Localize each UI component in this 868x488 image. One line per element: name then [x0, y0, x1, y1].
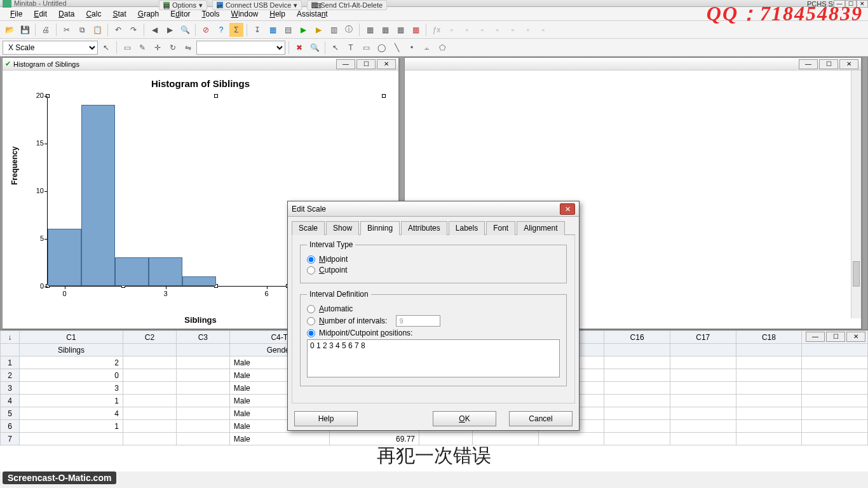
menu-data[interactable]: Data: [53, 8, 79, 20]
menu-calc[interactable]: Calc: [81, 8, 106, 20]
copy-icon[interactable]: ⧉: [75, 23, 89, 37]
redo-icon[interactable]: ↷: [126, 23, 140, 37]
zoom-icon[interactable]: 🔍: [308, 41, 322, 55]
menu-edit[interactable]: Edit: [29, 8, 52, 20]
cell[interactable]: [802, 382, 868, 395]
line-tool-icon[interactable]: ╲: [390, 41, 403, 55]
col-header[interactable]: C1: [20, 331, 123, 344]
num-intervals-label[interactable]: Number of intervals:: [319, 316, 387, 325]
cell[interactable]: [802, 369, 868, 382]
scale-combo[interactable]: X Scale: [3, 41, 98, 55]
col-header[interactable]: C18: [736, 331, 802, 344]
rect-tool-icon[interactable]: ▭: [359, 41, 373, 55]
cell[interactable]: [123, 407, 176, 420]
ed2-icon[interactable]: ▫: [460, 23, 474, 37]
cutpoint-label[interactable]: Cutpoint: [319, 266, 348, 274]
ed7-icon[interactable]: ▫: [536, 23, 550, 37]
row-header[interactable]: 7: [1, 433, 20, 445]
corner-cell[interactable]: ↓: [1, 331, 20, 344]
ed4-icon[interactable]: ▫: [491, 23, 505, 37]
row-header[interactable]: 2: [1, 369, 20, 382]
cell[interactable]: [604, 369, 670, 382]
cell[interactable]: [604, 433, 670, 445]
print-icon[interactable]: 🖨: [39, 23, 53, 37]
help-button[interactable]: Help: [294, 411, 358, 426]
cell[interactable]: [670, 407, 736, 420]
fx-icon[interactable]: ƒx: [430, 23, 444, 37]
row-header[interactable]: 3: [1, 382, 20, 395]
polygon-tool-icon[interactable]: ⬠: [435, 41, 449, 55]
menu-stat[interactable]: Stat: [107, 8, 131, 20]
brush-icon[interactable]: ▦: [363, 23, 377, 37]
cell[interactable]: [736, 420, 802, 433]
col-header[interactable]: C17: [670, 331, 736, 344]
help-icon[interactable]: ?: [214, 23, 228, 37]
menu-file[interactable]: File: [5, 8, 27, 20]
cut-icon[interactable]: ✂: [60, 23, 74, 37]
region-icon[interactable]: ▦: [393, 23, 407, 37]
midpoint-label[interactable]: Midpoint: [319, 255, 348, 264]
cell[interactable]: 0: [20, 369, 123, 382]
cell[interactable]: [670, 433, 736, 445]
ws-minimize-button[interactable]: —: [806, 332, 825, 342]
col-header[interactable]: C2: [123, 331, 176, 344]
cancel-button[interactable]: Cancel: [509, 411, 573, 426]
sigma-icon[interactable]: Σ: [229, 23, 243, 37]
hist-minimize-button[interactable]: —: [336, 59, 355, 69]
flip-icon[interactable]: ⇋: [181, 41, 195, 55]
positions-input[interactable]: [307, 339, 560, 377]
row-header[interactable]: 1: [1, 356, 20, 369]
automatic-radio[interactable]: [307, 305, 315, 313]
options-menu[interactable]: ▤Options ▾: [159, 0, 207, 10]
ed6-icon[interactable]: ▫: [521, 23, 535, 37]
ok-button[interactable]: OK: [433, 411, 496, 426]
undo-icon[interactable]: ↶: [111, 23, 125, 37]
send-cad[interactable]: ⌨Send Ctrl-Alt-Delete: [307, 0, 387, 10]
worksheet-icon[interactable]: ▤: [281, 23, 295, 37]
close-graph-icon[interactable]: ▦: [409, 23, 423, 37]
midpoint-radio[interactable]: [307, 255, 315, 264]
automatic-label[interactable]: Automatic: [319, 304, 353, 313]
paste-icon[interactable]: 📋: [90, 23, 104, 37]
cell[interactable]: [736, 407, 802, 420]
arrow-tool-icon[interactable]: ↖: [329, 41, 342, 55]
cell[interactable]: [802, 420, 868, 433]
dialog-close-button[interactable]: ✕: [560, 203, 575, 215]
dialog-titlebar[interactable]: Edit Scale ✕: [288, 201, 579, 217]
num-intervals-radio[interactable]: [307, 317, 315, 325]
ws-maximize-button[interactable]: ☐: [826, 332, 845, 342]
cell[interactable]: [123, 356, 176, 369]
histogram-bar[interactable]: [149, 257, 182, 286]
cell[interactable]: [604, 420, 670, 433]
cell[interactable]: [604, 407, 670, 420]
tab-attributes[interactable]: Attributes: [401, 221, 447, 235]
crosshair-icon[interactable]: ✛: [151, 41, 165, 55]
row-header[interactable]: 6: [1, 420, 20, 433]
cell[interactable]: [20, 433, 123, 445]
cell[interactable]: [802, 356, 868, 369]
col-name[interactable]: Siblings: [20, 344, 123, 356]
pointer-icon[interactable]: ▭: [120, 41, 134, 55]
ws-close-button[interactable]: ✕: [846, 332, 865, 342]
cell[interactable]: [176, 433, 229, 445]
tab-scale[interactable]: Scale: [292, 221, 325, 235]
save-icon[interactable]: 💾: [18, 23, 32, 37]
marker-tool-icon[interactable]: •: [405, 41, 419, 55]
cell[interactable]: [604, 356, 670, 369]
ed3-icon[interactable]: ▫: [475, 23, 489, 37]
report-icon[interactable]: ▶: [311, 23, 325, 37]
hist-close-button[interactable]: ✕: [377, 59, 396, 69]
draw-icon[interactable]: ✎: [135, 41, 149, 55]
ed5-icon[interactable]: ▫: [506, 23, 520, 37]
cell[interactable]: [176, 395, 229, 407]
nav-prev-icon[interactable]: ◀: [147, 23, 161, 37]
col-name[interactable]: [802, 344, 868, 356]
cell[interactable]: [670, 382, 736, 395]
cell[interactable]: 3: [20, 382, 123, 395]
cell[interactable]: 1: [20, 395, 123, 407]
cell[interactable]: [176, 420, 229, 433]
cell[interactable]: [123, 369, 176, 382]
histogram-bar[interactable]: [81, 105, 115, 286]
nav-next-icon[interactable]: ▶: [163, 23, 177, 37]
cell[interactable]: [670, 356, 736, 369]
